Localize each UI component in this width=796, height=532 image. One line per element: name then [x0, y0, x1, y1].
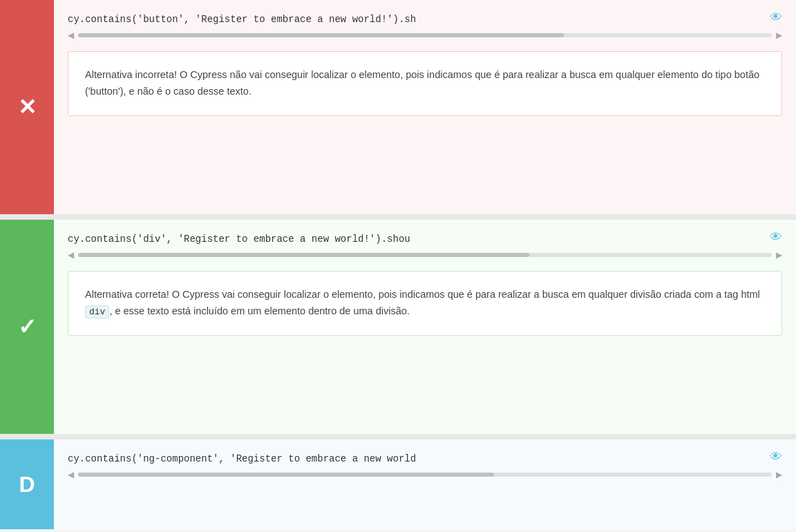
explanation-text-incorrect: Alternativa incorreta! O Cypress não vai…: [85, 67, 765, 100]
scroll-left-incorrect[interactable]: ◀: [68, 30, 74, 40]
indicator-correct: ✓: [0, 220, 54, 434]
answer-content-d: cy.contains('ng-component', 'Register to…: [54, 439, 796, 529]
explanation-text-correct-part1: Alternativa correta! O Cypress vai conse…: [85, 289, 760, 300]
separator-2: [0, 434, 796, 439]
eye-icon-incorrect[interactable]: 👁: [770, 10, 782, 25]
separator-1: [0, 214, 796, 220]
scrollbar-thumb-incorrect: [78, 33, 564, 37]
scrollbar-thumb-d: [78, 473, 494, 477]
explanation-text-correct: Alternativa correta! O Cypress vai conse…: [85, 287, 765, 320]
eye-icon-d[interactable]: 👁: [770, 450, 782, 464]
scrollbar-container-incorrect: ◀ ▶: [68, 30, 782, 40]
scroll-left-correct[interactable]: ◀: [68, 250, 74, 260]
answer-block-incorrect: ✕ cy.contains('button', 'Register to emb…: [0, 0, 796, 214]
explanation-text-correct-part2: , e esse texto está incluído em um eleme…: [109, 305, 409, 316]
answer-block-correct: ✓ cy.contains('div', 'Register to embrac…: [0, 220, 796, 434]
answer-content-incorrect: cy.contains('button', 'Register to embra…: [54, 0, 796, 214]
answer-block-d: D cy.contains('ng-component', 'Register …: [0, 439, 796, 529]
scrollbar-container-d: ◀ ▶: [68, 470, 782, 479]
code-block-incorrect: cy.contains('button', 'Register to embra…: [54, 0, 796, 51]
inline-code-div: div: [85, 305, 109, 319]
page-container: ✕ cy.contains('button', 'Register to emb…: [0, 0, 796, 529]
answer-content-correct: cy.contains('div', 'Register to embrace …: [54, 220, 796, 434]
indicator-incorrect: ✕: [0, 0, 54, 214]
scroll-right-correct[interactable]: ▶: [776, 250, 782, 260]
check-icon: ✓: [18, 314, 37, 340]
scrollbar-track-correct[interactable]: [78, 253, 772, 257]
scrollbar-thumb-correct: [78, 253, 529, 257]
scroll-left-d[interactable]: ◀: [68, 470, 74, 479]
code-text-d: cy.contains('ng-component', 'Register to…: [68, 453, 444, 464]
explanation-box-incorrect: Alternativa incorreta! O Cypress não vai…: [68, 51, 782, 116]
scrollbar-track-d[interactable]: [78, 473, 772, 477]
scrollbar-track-incorrect[interactable]: [78, 33, 772, 37]
code-text-incorrect: cy.contains('button', 'Register to embra…: [68, 14, 444, 25]
x-icon: ✕: [18, 94, 37, 120]
code-block-correct: cy.contains('div', 'Register to embrace …: [54, 220, 796, 271]
d-label: D: [19, 472, 35, 497]
scroll-right-incorrect[interactable]: ▶: [776, 30, 782, 40]
indicator-d: D: [0, 439, 54, 529]
scrollbar-container-correct: ◀ ▶: [68, 250, 782, 260]
scroll-right-d[interactable]: ▶: [776, 470, 782, 479]
code-block-d: cy.contains('ng-component', 'Register to…: [54, 439, 796, 491]
code-text-correct: cy.contains('div', 'Register to embrace …: [68, 234, 438, 245]
eye-icon-correct[interactable]: 👁: [770, 230, 782, 245]
explanation-box-correct: Alternativa correta! O Cypress vai conse…: [68, 271, 782, 336]
